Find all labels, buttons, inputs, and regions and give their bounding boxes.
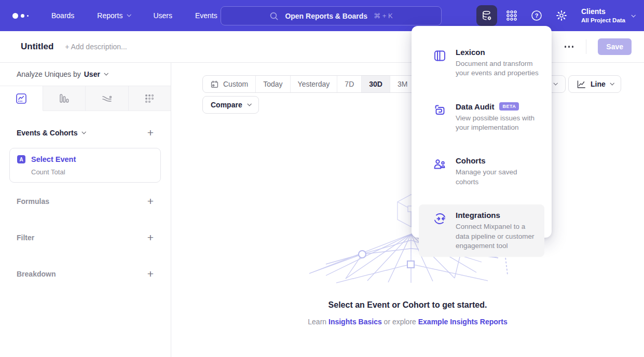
empty-state-title: Select an Event or Cohort to get started… [171,300,644,310]
project-name: Clients [581,7,625,17]
add-breakdown-button[interactable] [147,268,154,279]
report-canvas: Custom Today Yesterday 7D 30D 3M 6M Line… [171,63,644,357]
data-management-menu: Lexicon Document and transform your even… [412,26,552,238]
date-range-custom[interactable]: Custom [203,76,256,92]
example-reports-link[interactable]: Example Insights Reports [418,318,508,326]
search-placeholder: Open Reports & Boards [285,12,367,20]
dots-grid-tab-icon [143,92,156,105]
compare-label: Compare [211,101,242,109]
tab-flow[interactable] [86,86,129,111]
global-search-input[interactable]: Open Reports & Boards ⌘ + K [221,6,442,25]
events-cohorts-section: Events & Cohorts [0,127,171,138]
chart-type-label: Line [591,80,606,88]
nav-item-events[interactable]: Events [195,11,217,20]
tab-bar-chart[interactable] [43,86,86,111]
beta-badge: BETA [499,102,519,111]
empty-state: Select an Event or Cohort to get started… [171,300,644,326]
date-range-30d[interactable]: 30D [362,76,390,92]
report-actions: Save [542,38,632,55]
nav-item-label: Reports [97,11,122,20]
svg-text:?: ? [535,12,539,19]
analyze-value-dropdown[interactable]: User [84,70,107,78]
explore-text: or explore [384,318,416,326]
menu-item-description: Manage your saved cohorts [456,168,539,187]
menu-item-cohorts[interactable]: Cohorts Manage your saved cohorts [419,150,544,193]
report-title[interactable]: Untitled [21,42,53,52]
chart-type-dropdown[interactable]: Line [568,75,621,93]
date-range-label: Yesterday [298,80,330,88]
mixpanel-logo[interactable] [12,13,29,19]
breakdown-section: Breakdown [0,268,171,279]
nav-item-boards[interactable]: Boards [51,11,74,20]
menu-item-description: View possible issues with your implement… [456,114,539,133]
save-button[interactable]: Save [598,38,632,55]
settings-button[interactable] [551,5,572,26]
data-management-button[interactable] [476,5,497,26]
formulas-section: Formulas [0,196,171,207]
menu-item-title: Lexicon [456,48,485,57]
date-range-label: Custom [223,80,248,88]
add-filter-button[interactable] [147,232,154,243]
more-options-button[interactable] [564,43,575,51]
formulas-label: Formulas [17,197,49,205]
menu-item-title: Integrations [456,211,500,219]
menu-item-lexicon[interactable]: Lexicon Document and transform your even… [419,42,544,85]
filter-section: Filter [0,232,171,243]
events-cohorts-label: Events & Cohorts [17,129,77,137]
nav-item-users[interactable]: Users [153,11,172,20]
query-builder-sidebar: Analyze Uniques by User [0,63,171,357]
insights-basics-link[interactable]: Insights Basics [328,318,382,326]
nav-item-label: Users [153,11,172,20]
mixpanel-insights-app: Boards Reports Users Events Open Reports… [0,0,644,357]
grid-icon [505,9,518,22]
line-chart-icon [576,79,586,89]
search-icon [269,11,279,21]
menu-item-title: Data Audit [456,102,494,111]
calendar-icon [210,80,219,89]
line-chart-tab-icon [15,92,28,105]
compare-dropdown[interactable]: Compare [202,96,259,114]
database-gear-icon [481,9,493,22]
apps-grid-button[interactable] [501,5,522,26]
add-description-field[interactable]: + Add description... [65,43,127,51]
help-icon: ? [530,9,543,22]
date-range-label: Today [263,80,282,88]
menu-item-description: Connect Mixpanel to a data pipeline or c… [456,222,539,251]
tab-retention-grid[interactable] [129,86,171,111]
search-shortcut: ⌘ + K [374,12,393,20]
nav-item-reports[interactable]: Reports [97,11,130,20]
learn-prefix: Learn [308,318,326,326]
chevron-down-icon [104,71,108,75]
analyze-label: Analyze Uniques by [17,70,81,78]
chevron-down-icon [610,81,614,85]
breakdown-label: Breakdown [17,270,56,278]
date-range-yesterday[interactable]: Yesterday [291,76,338,92]
date-range-7d[interactable]: 7D [337,76,362,92]
date-range-label: 3M [398,80,407,88]
visualization-tabs [0,86,171,111]
menu-item-integrations[interactable]: Integrations Connect Mixpanel to a data … [419,204,544,257]
project-selector[interactable]: Clients All Project Data [581,7,635,24]
events-cohorts-header[interactable]: Events & Cohorts [17,129,85,137]
analyze-uniques-row: Analyze Uniques by User [0,63,171,86]
menu-item-data-audit[interactable]: Data Audit BETA View possible issues wit… [419,96,544,139]
menu-item-title: Cohorts [456,156,486,165]
select-event-button[interactable]: Select Event [31,155,76,163]
primary-nav: Boards Reports Users Events [51,11,217,20]
divider [586,39,586,54]
chevron-down-icon [127,12,131,17]
add-event-button[interactable] [147,127,154,138]
empty-state-links: Learn Insights Basics or explore Example… [171,318,644,326]
chevron-down-icon [82,130,86,134]
count-total-dropdown[interactable]: Count Total [31,168,153,176]
date-range-today[interactable]: Today [256,76,290,92]
filter-label: Filter [17,234,34,242]
date-range-label: 30D [369,80,382,88]
tab-insights-line[interactable] [0,86,43,111]
integrations-icon [433,211,447,251]
add-formula-button[interactable] [147,196,154,207]
help-button[interactable]: ? [526,5,547,26]
date-range-label: 7D [345,80,354,88]
event-card[interactable]: A Select Event Count Total [9,148,161,183]
project-scope: All Project Data [581,17,625,24]
